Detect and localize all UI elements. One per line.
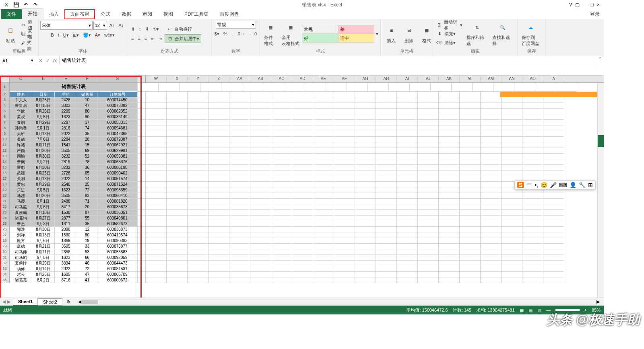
data-cell[interactable]: 8月11日 — [32, 249, 55, 255]
data-cell[interactable]: 2816 — [55, 125, 77, 131]
data-cell[interactable]: 杨修 — [10, 266, 32, 272]
data-cell[interactable]: 3303 — [55, 103, 77, 109]
data-cell[interactable]: 8月2日 — [32, 277, 55, 283]
data-cell[interactable]: 8月18日 — [32, 232, 55, 238]
data-cell[interactable]: 600060410 — [97, 193, 138, 199]
data-cell[interactable]: 600000672 — [97, 277, 138, 283]
table-format-button[interactable]: ▦套用 表格格式 — [279, 20, 302, 47]
style-normal[interactable]: 常规 — [302, 25, 338, 34]
data-cell[interactable]: 35 — [77, 221, 97, 227]
data-cell[interactable]: 14 — [77, 176, 97, 182]
col-header[interactable]: A — [543, 76, 564, 82]
data-cell[interactable]: 600090383 — [97, 238, 138, 244]
ime-grid-icon[interactable]: ⊞ — [588, 182, 593, 188]
data-cell[interactable]: 司马昭 — [10, 255, 32, 261]
autosum-button[interactable]: Σ自动求和▾ — [435, 21, 464, 29]
row-header[interactable]: 15 — [0, 165, 10, 170]
data-cell[interactable]: 1541 — [55, 142, 77, 148]
col-header[interactable]: AJ — [418, 76, 439, 82]
sheet-tab-1[interactable]: Sheet1 — [13, 298, 38, 306]
view-page-break-icon[interactable]: ▧ — [537, 308, 541, 313]
data-cell[interactable]: 69 — [77, 148, 97, 154]
data-cell[interactable]: 8月20日 — [32, 148, 55, 154]
data-cell[interactable]: 9月1日 — [32, 125, 55, 131]
data-cell[interactable]: 600079387 — [97, 137, 138, 142]
tab-view[interactable]: 视图 — [158, 9, 179, 19]
vertical-scrollbar[interactable] — [597, 83, 604, 298]
tab-baidu[interactable]: 百度网盘 — [214, 9, 245, 19]
data-cell[interactable]: 9月6日 — [32, 238, 55, 244]
redo-icon[interactable]: ↷ — [31, 1, 39, 9]
data-cell[interactable]: 夏侯霸 — [10, 210, 32, 216]
tab-formulas[interactable]: 公式 — [95, 9, 116, 19]
tab-insert[interactable]: 插入 — [43, 9, 64, 19]
bold-button[interactable]: B — [49, 31, 56, 39]
find-select-button[interactable]: 🔍查找和选择 — [490, 20, 516, 47]
data-cell[interactable]: 600036873 — [97, 227, 138, 232]
data-cell[interactable]: 8月26日 — [32, 109, 55, 114]
data-cell[interactable]: 2022 — [55, 266, 77, 272]
increase-decimal-icon[interactable]: .0→ — [235, 29, 246, 38]
ime-person-icon[interactable]: 👤 — [570, 182, 576, 188]
data-cell[interactable]: 8月29日 — [32, 182, 55, 187]
orientation-icon[interactable]: ⟲▾ — [151, 25, 161, 33]
col-header[interactable]: AO — [522, 76, 543, 82]
col-header[interactable]: W — [146, 76, 167, 82]
data-cell[interactable]: 600035673 — [97, 204, 138, 210]
data-cell[interactable]: 8月25日 — [32, 272, 55, 277]
save-icon[interactable]: 💾 — [12, 1, 20, 9]
data-cell[interactable]: 1605 — [55, 272, 77, 277]
col-header[interactable]: AD — [292, 76, 313, 82]
comma-icon[interactable]: , — [230, 29, 234, 38]
tab-page-layout[interactable]: 页面布局 — [64, 9, 95, 19]
data-cell[interactable]: 9月5日 — [32, 187, 55, 193]
data-cell[interactable]: 华歆 — [10, 109, 32, 114]
data-cell[interactable]: 25 — [77, 182, 97, 187]
insert-cells-button[interactable]: ⊞插入 — [382, 23, 400, 45]
close-icon[interactable]: × — [597, 2, 600, 8]
underline-button[interactable]: U▾ — [62, 31, 70, 39]
data-cell[interactable]: 司马懿 — [10, 204, 32, 210]
row-header[interactable]: 20 — [0, 193, 10, 199]
data-cell[interactable]: 80 — [77, 232, 97, 238]
style-good[interactable]: 好 — [302, 34, 338, 43]
row-header[interactable]: 17 — [0, 176, 10, 182]
row-header[interactable]: 32 — [0, 261, 10, 266]
row-header[interactable]: 30 — [0, 249, 10, 255]
data-cell[interactable]: 9月5日 — [32, 255, 55, 261]
data-cell[interactable]: 卞夫人 — [10, 97, 32, 103]
tab-home[interactable]: 开始 — [22, 8, 43, 19]
data-cell[interactable]: 600042368 — [97, 131, 138, 137]
ime-keyboard-icon[interactable]: ⌨ — [559, 182, 567, 188]
data-cell[interactable]: 曹彭 — [10, 165, 32, 170]
data-cell[interactable]: 600094681 — [97, 125, 138, 131]
data-cell[interactable]: 72 — [77, 187, 97, 193]
data-cell[interactable]: 8月18日 — [32, 210, 55, 216]
data-cell[interactable]: 9月2日 — [32, 159, 55, 165]
data-cell[interactable]: 600051574 — [97, 176, 138, 182]
data-cell[interactable]: 47 — [77, 272, 97, 277]
table-header[interactable]: 姓名 — [10, 92, 32, 97]
data-cell[interactable]: 78 — [77, 159, 97, 165]
sheet-nav-last-icon[interactable]: ▶ — [7, 299, 10, 304]
data-cell[interactable]: 曹丕 — [10, 221, 32, 227]
data-cell[interactable]: 郭淮 — [10, 227, 32, 232]
align-top-icon[interactable]: ⬆ — [130, 25, 136, 33]
data-cell[interactable]: 6月30日 — [32, 165, 55, 170]
horizontal-scrollbar[interactable]: ◀▶ — [78, 299, 600, 304]
data-cell[interactable]: 600049801 — [97, 216, 138, 221]
data-cell[interactable]: 8月29日 — [32, 261, 55, 266]
data-cell[interactable]: 3505 — [55, 148, 77, 154]
data-cell[interactable]: 1530 — [55, 232, 77, 238]
currency-icon[interactable]: $▾ — [213, 29, 221, 38]
data-cell[interactable]: 10 — [77, 97, 97, 103]
data-cell[interactable]: 3232 — [55, 165, 77, 170]
data-cell[interactable]: 3232 — [55, 154, 77, 159]
data-cell[interactable]: 65 — [77, 170, 97, 176]
row-header[interactable]: 24 — [0, 216, 10, 221]
data-cell[interactable]: 47 — [77, 103, 97, 109]
data-cell[interactable]: 600074450 — [97, 97, 138, 103]
minimize-icon[interactable]: — — [583, 2, 588, 8]
ribbon-display-icon[interactable]: ▢ — [575, 2, 580, 8]
data-cell[interactable]: 52 — [77, 154, 97, 159]
